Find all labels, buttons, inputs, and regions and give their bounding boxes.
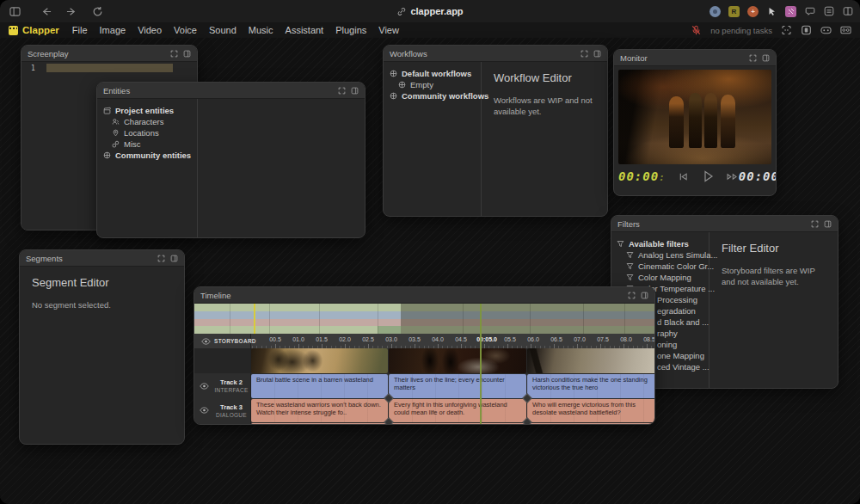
minimap-gridline xyxy=(624,304,625,334)
forward-icon[interactable] xyxy=(62,4,81,18)
back-icon[interactable] xyxy=(36,4,55,18)
tree-item-available-filters[interactable]: Available filters xyxy=(611,238,709,249)
expand-icon[interactable] xyxy=(749,54,757,62)
mic-off-icon[interactable] xyxy=(691,25,702,35)
clip[interactable]: Who will emerge victorious from this des… xyxy=(527,399,655,422)
menu-voice[interactable]: Voice xyxy=(168,25,203,35)
tree-item-filter[interactable]: Analog Lens Simula... xyxy=(611,249,709,261)
clip-partial[interactable] xyxy=(389,423,526,426)
tree-item-default-workflows[interactable]: Default workflows xyxy=(384,68,481,79)
playhead[interactable] xyxy=(480,304,482,425)
storyboard-track-header[interactable]: STORYBOARD xyxy=(194,334,251,348)
extension-plus-icon[interactable]: + xyxy=(747,6,759,17)
menu-plugins[interactable]: Plugins xyxy=(329,25,372,35)
tick-label: 06.0 xyxy=(527,336,539,342)
storyboard-thumbnail-2[interactable] xyxy=(389,348,526,373)
menu-video[interactable]: Video xyxy=(132,25,168,35)
menu-assistant[interactable]: Assistant xyxy=(280,25,330,35)
reload-icon[interactable] xyxy=(88,4,107,18)
expand-icon[interactable] xyxy=(157,255,165,262)
minimap-gridline xyxy=(269,304,270,334)
minimap-section xyxy=(378,326,401,334)
misc-icon xyxy=(112,140,120,148)
clip[interactable]: Brutal battle scene in a barren wastelan… xyxy=(251,374,388,398)
tree-item-locations[interactable]: Locations xyxy=(97,127,197,138)
menu-file[interactable]: File xyxy=(66,25,94,35)
clip[interactable]: Harsh conditions make the one standing v… xyxy=(527,374,655,398)
filter-icon xyxy=(626,262,634,270)
storyboard-thumbnail-3[interactable] xyxy=(527,348,655,373)
track-2-clips: Brutal battle scene in a barren wastelan… xyxy=(251,373,654,398)
vhs-tape-icon[interactable] xyxy=(840,25,851,35)
expand-icon[interactable] xyxy=(580,50,588,58)
expand-icon[interactable] xyxy=(628,292,636,299)
active-line-highlight xyxy=(46,64,173,72)
skip-back-button[interactable] xyxy=(678,172,689,181)
extension-cursor-icon[interactable] xyxy=(766,6,777,17)
eye-icon[interactable] xyxy=(201,338,211,345)
storyboard-clips xyxy=(251,348,654,373)
tree-item-project-entities[interactable]: Project entities xyxy=(97,105,197,116)
chat-bubble-icon[interactable] xyxy=(804,6,815,17)
tree-item-filter[interactable]: Color Mapping xyxy=(611,272,709,283)
expand-icon[interactable] xyxy=(811,220,819,228)
clip[interactable]: Their lives on the line; every encounter… xyxy=(389,374,526,398)
app-logo[interactable]: Clapper xyxy=(9,25,59,35)
tick-label: 02.0 xyxy=(339,336,351,342)
clip[interactable]: Every fight in this unforgiving wastelan… xyxy=(389,399,526,422)
window-icon[interactable] xyxy=(824,220,832,228)
eye-icon[interactable] xyxy=(200,383,209,390)
timeline-panel: Timeline xyxy=(194,286,655,425)
window-icon[interactable] xyxy=(593,50,601,58)
tree-item-filter[interactable]: Cinematic Color Gr... xyxy=(611,261,709,272)
tick-label: 03.5 xyxy=(408,336,421,342)
menu-image[interactable]: Image xyxy=(94,25,132,35)
storyboard-thumbnail-1[interactable] xyxy=(251,348,388,373)
address-bar[interactable]: clapper.app xyxy=(396,0,463,22)
video-preview[interactable] xyxy=(618,70,771,164)
clip[interactable]: These wasteland warriors won't back down… xyxy=(251,399,388,422)
tree-item-community-entities[interactable]: Community entities xyxy=(97,150,197,161)
window-icon[interactable] xyxy=(351,87,359,95)
expand-icon[interactable] xyxy=(338,87,346,95)
timeline-ruler[interactable]: STORYBOARD 00.5 01.0 01.5 02.0 02.5 03.0… xyxy=(194,334,654,348)
sidebar-toggle-icon[interactable] xyxy=(5,4,24,18)
app-menubar: Clapper File Image Video Voice Sound Mus… xyxy=(0,22,860,38)
extension-grid-icon[interactable] xyxy=(785,6,796,17)
window-icon[interactable] xyxy=(762,54,770,62)
clip-partial[interactable] xyxy=(527,423,655,426)
panel-title: Entities xyxy=(103,86,333,95)
menu-view[interactable]: View xyxy=(372,25,405,35)
eye-icon[interactable] xyxy=(200,407,209,414)
menu-music[interactable]: Music xyxy=(243,25,280,35)
pending-tasks-status: no pending tasks xyxy=(710,26,772,35)
tree-item-empty[interactable]: Empty xyxy=(384,79,481,90)
tree-item-community-workflows[interactable]: Community workflows xyxy=(384,90,481,101)
clip-partial[interactable] xyxy=(251,423,388,426)
plugin-panel-icon[interactable] xyxy=(801,25,812,35)
timeline-minimap[interactable] xyxy=(194,304,654,334)
panel-title: Monitor xyxy=(620,53,744,63)
window-icon[interactable] xyxy=(641,292,648,299)
window-icon[interactable] xyxy=(183,50,191,58)
controller-icon[interactable] xyxy=(820,25,832,35)
window-icon[interactable] xyxy=(170,255,178,262)
extension-r-icon[interactable]: R xyxy=(728,6,740,17)
tree-item-misc[interactable]: Misc xyxy=(97,138,197,150)
extension-avatar-icon[interactable] xyxy=(710,6,721,17)
split-view-icon[interactable] xyxy=(842,6,853,17)
storyboard-label-cell xyxy=(194,348,251,373)
minimap-gridline xyxy=(230,304,230,334)
panel-title: Filters xyxy=(617,219,806,229)
scan-area-icon[interactable] xyxy=(781,25,792,35)
track-3-row: Track 3 DIALOGUE These wasteland warrior… xyxy=(194,398,654,422)
track-2-header[interactable]: Track 2 INTERFACE xyxy=(194,373,251,398)
fast-forward-button[interactable] xyxy=(726,172,739,181)
ruler-scale[interactable]: 00.5 01.0 01.5 02.0 02.5 03.0 03.5 04.0 … xyxy=(251,334,654,348)
expand-icon[interactable] xyxy=(170,50,178,58)
play-button[interactable] xyxy=(703,170,714,182)
menu-sound[interactable]: Sound xyxy=(203,25,243,35)
track-3-header[interactable]: Track 3 DIALOGUE xyxy=(194,398,251,422)
reading-list-icon[interactable] xyxy=(823,6,834,17)
tree-item-characters[interactable]: Characters xyxy=(97,116,197,127)
